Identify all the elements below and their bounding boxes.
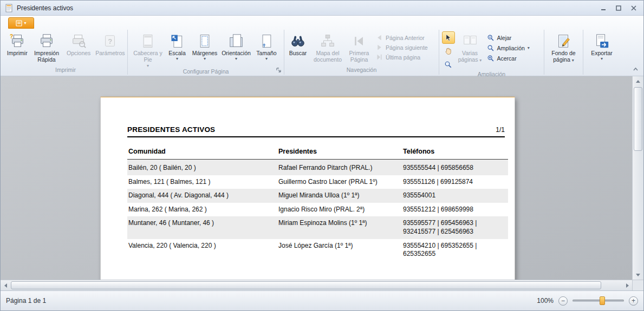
table-header-row: Comunidad Presidentes Teléfonos [127,144,508,160]
first-page-icon [352,32,367,50]
pagina-siguiente-button[interactable]: Página siguiente [374,43,438,51]
escala-button[interactable]: Escala▾ [165,30,190,68]
titlebar: Presidentes activos [1,1,643,16]
report-page: PRESIDENTES ACTIVOS 1/1 Comunidad Presid… [100,97,515,280]
mouse-pointer-icon [444,34,452,42]
page-count-label: Página 1 de 1 [6,297,46,305]
table-cell: Ignacio Risco Miro (PRAL. 2ª) [277,203,402,217]
ribbon-group-navegacion: Buscar Mapa del documento [284,30,439,75]
dropdown-arrow-icon: ▾ [256,57,276,61]
minimize-button[interactable] [597,3,610,13]
zoom-percentage-label: 100% [537,297,554,305]
chevron-up-icon [633,67,639,71]
impresion-rapida-button[interactable]: Impresión Rápida [30,30,63,67]
scroll-right-arrow[interactable] [622,280,632,290]
zoom-slider[interactable] [573,300,624,302]
parametros-button[interactable]: ? Parámetros [94,30,126,67]
ampliacion-button[interactable]: Ampliación ▾ [485,44,542,52]
acercar-button[interactable]: Acercar [485,54,542,63]
table-cell: Rafael Ferrando Pitarch (PRAL.) [277,160,402,175]
page-size-icon [259,32,274,50]
table-cell: Miguel Miranda Ulloa (1º 1ª) [277,189,402,203]
primera-pagina-button[interactable]: Primera Página [345,30,373,67]
zoom-in-button[interactable]: + [629,296,638,306]
opciones-button[interactable]: Opciones [64,30,94,67]
dialog-launcher-icon[interactable] [276,67,282,74]
table-cell: Marina, 262 ( Marina, 262 ) [127,203,277,217]
last-page-icon [376,54,383,61]
orientation-icon [228,32,244,50]
document-map-icon [320,32,336,50]
preview-viewport[interactable]: PRESIDENTES ACTIVOS 1/1 Comunidad Presid… [1,76,632,280]
scroll-left-arrow[interactable] [1,280,10,290]
imprimir-button[interactable]: ? Imprimir [5,30,29,67]
horizontal-scrollbar[interactable] [1,280,632,290]
maximize-button[interactable] [612,3,625,13]
dropdown-arrow-icon: ▾ [192,57,218,61]
report-page-indicator: 1/1 [496,126,505,134]
table-cell: Valencia, 220 ( Valencia, 220 ) [127,239,277,261]
mapa-del-documento-button[interactable]: Mapa del documento [311,30,344,67]
exportar-button[interactable]: Exportar▾ [587,30,617,67]
minimize-icon [601,5,606,11]
orientacion-button[interactable]: Orientación▾ [220,30,252,68]
ultima-pagina-button[interactable]: Última página [374,53,438,61]
report-title: PRESIDENTES ACTIVOS [127,125,215,134]
hand-icon [444,47,452,55]
zoom-slider-thumb[interactable] [600,296,605,305]
group-label-navegacion: Navegación [285,67,438,75]
column-header-presidentes: Presidentes [277,144,402,160]
zoom-tool-button[interactable] [442,58,455,71]
table-cell: 935551126 | 699125874 [402,175,508,189]
ribbon-group-configurar-pagina: Cabecera y Pie▾ Escala▾ [128,30,284,75]
alejar-button[interactable]: Alejar [485,34,542,42]
collapse-ribbon-button[interactable] [631,65,640,73]
table-cell: 935551212 | 698659998 [402,203,508,217]
application-menu-button[interactable]: ▾ [8,17,34,29]
cabecera-y-pie-button[interactable]: Cabecera y Pie▾ [132,30,164,68]
ribbon-group-exportar: Exportar▾ [583,30,620,75]
varias-paginas-button[interactable]: Varias páginas ▾ [456,30,484,71]
zoom-in-icon [487,55,495,62]
table-row: Balmes, 121 ( Balmes, 121 )Guillermo Cas… [127,175,508,189]
pagina-anterior-button[interactable]: Página Anterior [374,34,438,42]
maximize-icon [616,5,621,11]
printer-question-icon: ? [9,32,25,50]
page-background-icon [556,32,572,50]
table-cell: 935595577 | 695456963 | 932415577 | 6254… [402,216,508,239]
buscar-button[interactable]: Buscar [285,30,310,67]
dropdown-arrow-icon: ▾ [133,64,163,68]
ribbon: ▾ ? [1,16,643,76]
printer-icon [38,32,55,50]
group-label-imprimir: Imprimir [5,67,126,75]
dropdown-arrow-icon: ▾ [24,21,26,25]
margenes-button[interactable]: Márgenes▾ [190,30,219,68]
header-footer-icon [140,32,155,50]
export-icon [594,32,610,50]
scrollbar-corner [632,280,643,290]
dropdown-arrow-icon: ▾ [591,57,613,61]
scale-icon [170,32,185,50]
zoom-out-button[interactable]: − [558,296,568,306]
vertical-scrollbar[interactable] [632,76,643,280]
column-header-comunidad: Comunidad [127,144,277,160]
print-preview-window: Presidentes activos ▾ [0,0,644,311]
close-button[interactable] [627,3,640,13]
tamano-button[interactable]: Tamaño▾ [253,30,280,68]
application-menu-icon [16,20,22,27]
scroll-down-arrow[interactable] [633,270,643,280]
report-table-body: Bailén, 20 ( Bailén, 20 )Rafael Ferrando… [127,160,508,261]
printer-options-icon [70,32,87,50]
scroll-up-arrow[interactable] [633,76,643,86]
table-cell: Diagonal, 444 ( Av. Diagonal, 444 ) [127,189,277,203]
horizontal-scroll-thumb[interactable] [11,281,601,289]
multiple-pages-icon [462,32,478,50]
margins-icon [197,32,212,50]
pointer-tool-button[interactable] [442,31,455,44]
hand-tool-button[interactable] [442,45,455,57]
fondo-de-pagina-button[interactable]: Fondo de página ▾ [547,30,581,67]
vertical-scroll-thumb[interactable] [634,87,642,151]
next-page-icon [376,44,383,51]
dropdown-arrow-icon: ▾ [479,58,482,63]
document-area: PRESIDENTES ACTIVOS 1/1 Comunidad Presid… [1,76,643,290]
